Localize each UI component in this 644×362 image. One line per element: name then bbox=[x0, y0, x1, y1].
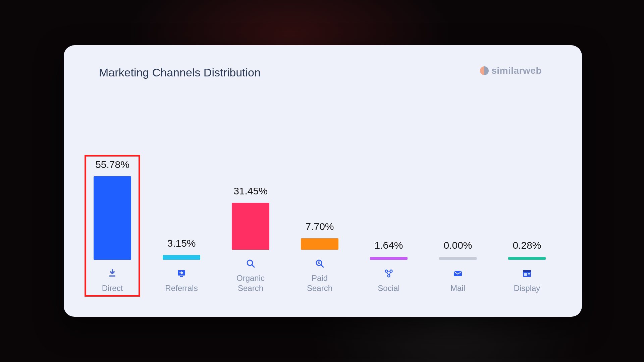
category-label: Social bbox=[378, 283, 399, 293]
social-icon bbox=[384, 268, 394, 279]
category-label: Display bbox=[514, 283, 540, 293]
referrals-icon bbox=[176, 268, 186, 279]
chart-column-display: 0.28%Display bbox=[505, 240, 549, 293]
bar bbox=[439, 257, 477, 260]
chart-title: Marketing Channels Distribution bbox=[99, 66, 261, 79]
value-label: 55.78% bbox=[95, 159, 129, 170]
chart-column-social: 1.64%Social bbox=[367, 240, 411, 293]
paid-search-icon bbox=[315, 258, 325, 269]
category-label: Organic Search bbox=[236, 273, 265, 293]
display-icon bbox=[522, 268, 532, 279]
chart-column-direct: 55.78%Direct bbox=[91, 159, 134, 293]
category-label: Mail bbox=[450, 283, 465, 293]
brand-text: similarweb bbox=[491, 65, 542, 76]
bar bbox=[508, 257, 546, 260]
value-label: 0.00% bbox=[443, 240, 472, 251]
similarweb-icon bbox=[480, 66, 489, 75]
bar bbox=[232, 203, 269, 250]
chart-column-referrals: 3.15%Referrals bbox=[160, 238, 203, 293]
value-label: 1.64% bbox=[374, 240, 403, 251]
bar bbox=[301, 238, 338, 250]
category-label: Paid Search bbox=[307, 273, 332, 293]
direct-icon bbox=[107, 268, 117, 279]
chart-column-paid-search: 7.70%Paid Search bbox=[298, 221, 341, 293]
value-label: 0.28% bbox=[513, 240, 541, 251]
bar bbox=[370, 257, 408, 260]
chart-card: Marketing Channels Distribution similarw… bbox=[64, 45, 582, 317]
category-label: Referrals bbox=[165, 283, 198, 293]
bar-chart: 55.78%Direct3.15%Referrals31.45%Organic … bbox=[91, 142, 555, 293]
brand-logo: similarweb bbox=[480, 65, 542, 76]
category-label: Direct bbox=[102, 283, 123, 293]
value-label: 31.45% bbox=[233, 185, 268, 197]
bar bbox=[94, 176, 131, 260]
value-label: 3.15% bbox=[167, 238, 196, 249]
chart-column-mail: 0.00%Mail bbox=[436, 240, 480, 293]
mail-icon bbox=[453, 268, 463, 279]
bar bbox=[163, 255, 200, 260]
value-label: 7.70% bbox=[305, 221, 334, 232]
chart-column-organic-search: 31.45%Organic Search bbox=[229, 185, 272, 293]
organic-search-icon bbox=[246, 258, 256, 269]
